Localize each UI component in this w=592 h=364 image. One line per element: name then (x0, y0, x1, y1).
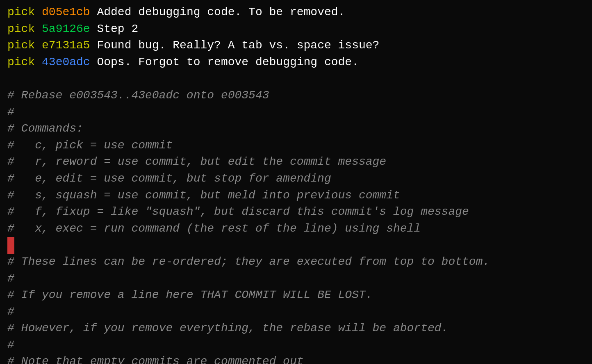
pick-line-1: pick d05e1cb Added debugging code. To be… (7, 4, 585, 21)
pick-line-3: pick e7131a5 Found bug. Really? A tab vs… (7, 37, 585, 54)
message-2: Step 2 (90, 21, 139, 38)
comment-aborted: # However, if you remove everything, the… (7, 320, 585, 337)
keyword-pick-2: pick (7, 21, 35, 38)
comment-hash-2: # (7, 271, 585, 287)
hash-1: d05e1cb (42, 4, 90, 21)
comment-reorder: # These lines can be re-ordered; they ar… (7, 254, 585, 271)
comment-rebase: # Rebase e003543..43e0adc onto e003543 (7, 87, 585, 104)
hash-2: 5a9126e (42, 21, 90, 38)
comment-hash-1: # (7, 104, 585, 121)
keyword-pick-3: pick (7, 37, 35, 54)
comment-squash: # s, squash = use commit, but meld into … (7, 187, 585, 204)
message-1: Added debugging code. To be removed. (90, 4, 345, 21)
comment-edit: # e, edit = use commit, but stop for ame… (7, 171, 585, 187)
hash-4: 43e0adc (42, 54, 90, 71)
message-4: Oops. Forgot to remove debugging code. (90, 54, 359, 71)
empty-line-1 (7, 71, 585, 87)
comment-commands: # Commands: (7, 121, 585, 137)
hash-3: e7131a5 (42, 37, 90, 54)
editor[interactable]: pick d05e1cb Added debugging code. To be… (7, 4, 585, 364)
comment-hash-3: # (7, 304, 585, 321)
cursor: # (7, 237, 14, 254)
pick-line-2: pick 5a9126e Step 2 (7, 21, 585, 38)
keyword-pick-4: pick (7, 54, 35, 71)
comment-hash-4: # (7, 337, 585, 354)
comment-exec: # x, exec = run command (the rest of the… (7, 221, 585, 237)
comment-cursor-line: # (7, 237, 585, 254)
comment-empty-commits: # Note that empty commits are commented … (7, 353, 585, 364)
keyword-pick-1: pick (7, 4, 35, 21)
pick-line-4: pick 43e0adc Oops. Forgot to remove debu… (7, 54, 585, 71)
comment-reword: # r, reword = use commit, but edit the c… (7, 154, 585, 171)
comment-fixup: # f, fixup = like "squash", but discard … (7, 204, 585, 221)
comment-pick: # c, pick = use commit (7, 137, 585, 154)
comment-remove-lost: # If you remove a line here THAT COMMIT … (7, 287, 585, 304)
message-3: Found bug. Really? A tab vs. space issue… (90, 37, 380, 54)
